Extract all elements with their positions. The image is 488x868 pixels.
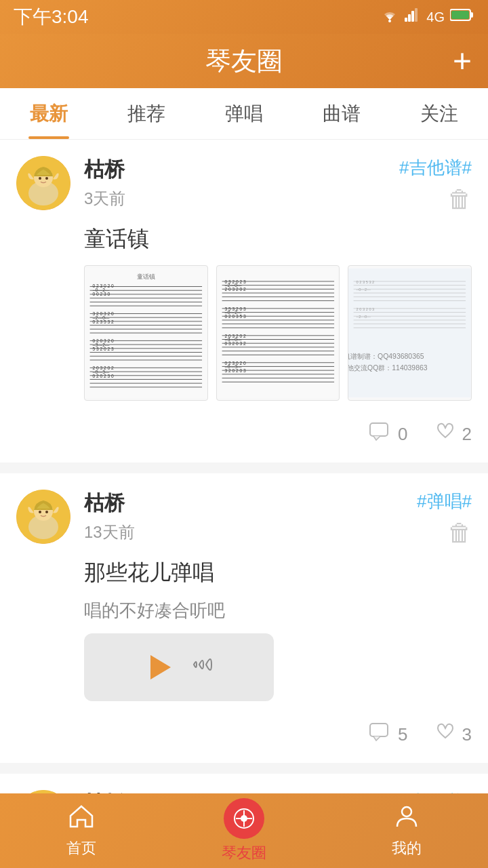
comment-stat[interactable]: 0 — [369, 422, 407, 446]
comment-stat[interactable]: 5 — [369, 723, 407, 747]
svg-text:0 2 3 5 3 2: 0 2 3 5 3 2 — [92, 319, 114, 324]
svg-rect-6 — [451, 11, 469, 19]
status-bar: 下午3:04 4G — [0, 0, 488, 34]
qinyouquan-icon — [224, 798, 264, 839]
svg-rect-107 — [370, 423, 388, 436]
like-count: 3 — [462, 724, 472, 745]
sheet-images: 童话镇 0 2 3 0 2 0 --0---2--- 0 0 2 3 0 — [84, 265, 472, 401]
svg-text:2 0 3 2 0 3: 2 0 3 2 0 3 — [357, 307, 375, 311]
battery-icon — [450, 8, 474, 26]
audio-player[interactable] — [84, 633, 274, 701]
nav-mine[interactable]: 我的 — [325, 804, 488, 859]
post-header: 枯桥 13天前 #弹唱# 🗑 — [16, 490, 472, 547]
post-footer: 5 3 — [16, 715, 472, 747]
status-time: 下午3:04 — [14, 4, 89, 30]
like-icon — [435, 422, 455, 446]
post-tag[interactable]: #吉他谱# — [399, 156, 472, 180]
svg-rect-3 — [411, 11, 414, 22]
sheet-image-1[interactable]: 童话镇 0 2 3 0 2 0 --0---2--- 0 0 2 3 0 — [84, 265, 208, 401]
svg-text:童话镇: 童话镇 — [137, 273, 155, 280]
sheet-image-3[interactable]: 0 2 3 5 3 2 --0---2--- 2 0 3 2 0 3 --2--… — [348, 265, 472, 401]
svg-text:0 3 2 0 3 2: 0 3 2 0 3 2 — [224, 341, 246, 346]
svg-text:2 0 3 2 0 2: 2 0 3 2 0 2 — [224, 287, 246, 292]
signal-icon — [405, 8, 421, 26]
tab-latest[interactable]: 最新 — [0, 88, 98, 139]
post-header: 枯桥 3天前 #吉他谱# 🗑 — [16, 156, 472, 214]
tab-play[interactable]: 弹唱 — [195, 88, 293, 139]
post-card: 枯桥 13天前 #弹唱# 🗑 那些花儿弹唱 唱的不好凑合听吧 — [0, 473, 488, 763]
svg-text:0 2 0 2 3 0: 0 2 0 2 3 0 — [92, 374, 114, 378]
status-icons: 4G — [380, 7, 474, 26]
person-icon — [394, 804, 419, 834]
header-title: 琴友圈 — [205, 44, 283, 79]
app-header: 琴友圈 + — [0, 34, 488, 88]
svg-point-111 — [39, 511, 41, 513]
svg-rect-4 — [415, 8, 418, 22]
comment-icon — [369, 723, 391, 747]
svg-text:0 2 3 5 3 2: 0 2 3 5 3 2 — [357, 280, 375, 284]
nav-mine-label: 我的 — [392, 838, 422, 859]
delete-button[interactable]: 🗑 — [447, 185, 472, 214]
svg-rect-2 — [408, 14, 411, 22]
play-button[interactable] — [142, 651, 175, 684]
svg-text:5 3 2 0 2 3: 5 3 2 0 2 3 — [92, 347, 114, 351]
svg-point-12 — [45, 177, 48, 180]
svg-text:--2---0---: --2---0--- — [357, 315, 371, 319]
play-triangle-icon — [150, 655, 171, 679]
post-meta: 枯桥 13天前 — [84, 490, 417, 543]
wifi-icon — [380, 7, 399, 26]
like-icon — [435, 723, 455, 747]
post-time: 3天前 — [84, 188, 399, 210]
post-title: 那些花儿弹唱 — [84, 558, 472, 588]
nav-home-label: 首页 — [66, 838, 96, 859]
svg-text:3 2 0 2 0 3: 3 2 0 2 0 3 — [224, 368, 246, 373]
svg-text:机谱制谱：QQ493680365: 机谱制谱：QQ493680365 — [348, 353, 424, 360]
post-header-right: #吉他谱# 🗑 — [399, 156, 472, 214]
post-subtitle: 唱的不好凑合听吧 — [84, 599, 472, 623]
comment-count: 5 — [398, 724, 407, 745]
svg-text:--0---2---: --0---2--- — [357, 288, 371, 292]
comment-icon — [369, 422, 391, 446]
post-tag[interactable]: #弹唱# — [417, 490, 472, 513]
post-author: 枯桥 — [84, 490, 417, 517]
svg-rect-1 — [405, 18, 407, 22]
tabs-bar: 最新 推荐 弹唱 曲谱 关注 — [0, 88, 488, 140]
post-footer: 0 2 — [16, 414, 472, 446]
content-area: 枯桥 3天前 #吉他谱# 🗑 童话镇 童话镇 — [0, 140, 488, 868]
post-card: 枯桥 3天前 #吉他谱# 🗑 童话镇 童话镇 — [0, 140, 488, 462]
post-time: 13天前 — [84, 521, 417, 543]
avatar — [16, 156, 70, 210]
sheet-image-2[interactable]: 0 3 2 0 2 3 --2---0--- 2 0 3 2 0 2 3 5 3… — [216, 265, 340, 401]
svg-point-154 — [402, 807, 411, 816]
svg-point-112 — [45, 511, 48, 513]
avatar — [16, 490, 70, 544]
nav-home[interactable]: 首页 — [0, 804, 163, 859]
tab-follow[interactable]: 关注 — [390, 88, 488, 139]
post-author: 枯桥 — [84, 156, 399, 184]
post-title: 童话镇 — [84, 224, 472, 254]
sound-waves-icon — [188, 652, 216, 682]
svg-text:吉他交流QQ群：114039863: 吉他交流QQ群：114039863 — [348, 364, 428, 372]
svg-text:0 0 2 3 0: 0 0 2 3 0 — [92, 292, 110, 296]
add-button[interactable]: + — [453, 45, 472, 77]
tab-score[interactable]: 曲谱 — [293, 88, 390, 139]
svg-rect-113 — [370, 724, 388, 736]
svg-rect-7 — [470, 12, 473, 18]
svg-point-153 — [241, 815, 247, 822]
tab-recommend[interactable]: 推荐 — [98, 88, 195, 139]
bottom-nav: 首页 琴友圈 我的 — [0, 793, 488, 868]
svg-text:0 2 0 3 5 3: 0 2 0 3 5 3 — [224, 314, 246, 319]
svg-point-11 — [39, 177, 41, 180]
like-stat[interactable]: 2 — [435, 422, 472, 446]
post-meta: 枯桥 3天前 — [84, 156, 399, 210]
nav-qinyouquan-label: 琴友圈 — [222, 843, 266, 863]
like-stat[interactable]: 3 — [435, 723, 472, 747]
svg-point-0 — [388, 20, 391, 22]
network-label: 4G — [426, 9, 445, 25]
like-count: 2 — [462, 424, 472, 445]
nav-qinyouquan[interactable]: 琴友圈 — [163, 798, 325, 863]
post-header-right: #弹唱# 🗑 — [417, 490, 472, 547]
home-icon — [68, 804, 95, 834]
delete-button[interactable]: 🗑 — [447, 519, 472, 547]
comment-count: 0 — [398, 424, 407, 445]
